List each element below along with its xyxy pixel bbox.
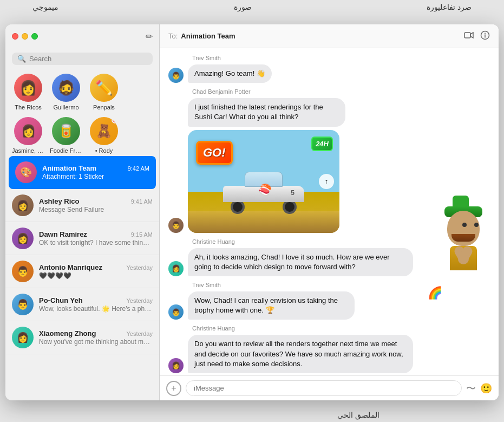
- avatar-row-1: 👩 The Ricos 🧔 Guillermo ✏️ Penpals: [5, 69, 159, 115]
- avatar-label-penpals: Penpals: [93, 104, 115, 111]
- conv-avatar-dawn-ramirez: 👩: [12, 228, 34, 249]
- conv-info-animation-team: Animation Team 9:42 AM Attachment: 1 Sti…: [42, 164, 149, 180]
- chat-to-name: Animation Team: [181, 32, 235, 40]
- avatar-item-rody[interactable]: 🧸 ♥ • Rody: [88, 117, 120, 154]
- msg-bubble-5: Do you want to review all the renders to…: [188, 335, 413, 373]
- conv-name-dawn-ramirez: Dawn Ramirez: [39, 230, 87, 238]
- image-share-button[interactable]: ↑: [319, 174, 334, 189]
- conversation-list: 🎨 Animation Team 9:42 AM Attachment: 1 S…: [5, 156, 159, 400]
- maximize-button[interactable]: [31, 33, 38, 40]
- sidebar-titlebar: ✏: [5, 24, 159, 48]
- svg-point-3: [485, 33, 486, 34]
- conv-item-antonio-manriquez[interactable]: 👨 Antonio Manriquez Yesterday 🖤🖤🖤🖤: [5, 255, 159, 288]
- msg-avatar-trev-2: 👨: [168, 304, 184, 320]
- chat-to-label: To:: [168, 32, 178, 40]
- avatar-jasmine-liz: 👩: [14, 117, 42, 145]
- msg-row-3: 👩 Ah, it looks amazing, Chad! I love it …: [168, 248, 490, 276]
- avatar-the-ricos: 👩: [14, 74, 42, 102]
- msg-row-4: 👨 Wow, Chad! I can really envision us ta…: [168, 291, 490, 320]
- avatar-item-foodie-friends[interactable]: 🥫 Foodie Friends: [50, 117, 82, 154]
- conv-avatar-animation-team: 🎨: [15, 161, 37, 183]
- conv-name-xiaomeng-zhong: Xiaomeng Zhong: [39, 329, 96, 337]
- avatar-item-penpals[interactable]: ✏️ Penpals: [88, 74, 120, 111]
- avatar-label-foodie-friends: Foodie Friends: [50, 147, 82, 154]
- chat-header: To: Animation Team: [160, 24, 499, 48]
- chat-messages: Trev Smith 👨 Amazing! Go team! 👋 Chad Be…: [160, 48, 499, 375]
- search-icon: 🔍: [17, 55, 26, 63]
- chat-input-bar: + 〜 🙂: [160, 375, 499, 400]
- conv-header-xiaomeng-zhong: Xiaomeng Zhong Yesterday: [39, 329, 153, 337]
- add-attachment-button[interactable]: +: [166, 381, 181, 396]
- minimize-button[interactable]: [22, 33, 28, 40]
- msg-sender-trev-2: Trev Smith: [192, 282, 490, 288]
- conv-avatar-antonio-manriquez: 👨: [12, 261, 34, 282]
- conv-info-po-chun-yeh: Po-Chun Yeh Yesterday Wow, looks beautif…: [39, 296, 153, 313]
- search-bar-container: 🔍: [12, 53, 153, 65]
- conv-name-animation-team: Animation Team: [42, 164, 96, 172]
- avatar-label-the-ricos: The Ricos: [15, 104, 42, 111]
- msg-group-5: Christine Huang 👩 Do you want to review …: [168, 325, 490, 373]
- msg-bubble-1: Amazing! Go team! 👋: [188, 64, 272, 83]
- conv-item-po-chun-yeh[interactable]: 👨 Po-Chun Yeh Yesterday Wow, looks beaut…: [5, 288, 159, 321]
- conv-preview-xiaomeng-zhong: Now you've got me thinking about my next…: [39, 338, 153, 346]
- conv-item-xiaomeng-zhong[interactable]: 👩 Xiaomeng Zhong Yesterday Now you've go…: [5, 321, 159, 354]
- msg-group-4: Trev Smith 👨 Wow, Chad! I can really env…: [168, 282, 490, 320]
- search-input[interactable]: [29, 55, 147, 63]
- info-button[interactable]: [480, 30, 490, 42]
- video-call-button[interactable]: [464, 31, 474, 41]
- avatar-item-jasmine-liz[interactable]: 👩 Jasmine, Liz &...: [12, 117, 44, 154]
- compose-button[interactable]: ✏: [146, 31, 153, 42]
- message-input-wrapper: [186, 380, 462, 396]
- emoji-button[interactable]: 🙂: [480, 382, 492, 394]
- conv-info-ashley-rico: Ashley Rico 9:41 AM Message Send Failure: [39, 197, 153, 213]
- conv-preview-ashley-rico: Message Send Failure: [39, 206, 153, 213]
- sushi-car-image[interactable]: GO! 24H 5: [188, 130, 339, 233]
- msg-sender-christine-2: Christine Huang: [192, 325, 490, 332]
- conv-name-antonio-manriquez: Antonio Manriquez: [39, 263, 102, 271]
- annotation-right: ميموجي: [32, 3, 58, 22]
- conv-preview-po-chun-yeh: Wow, looks beautiful. 🌟 Here's a photo o…: [39, 305, 153, 313]
- audio-record-button[interactable]: 〜: [466, 382, 476, 395]
- close-button[interactable]: [12, 33, 18, 40]
- conv-time-dawn-ramirez: 9:15 AM: [131, 231, 153, 238]
- plus-icon: +: [171, 384, 176, 393]
- avatar-item-guillermo[interactable]: 🧔 Guillermo: [50, 74, 82, 111]
- msg-avatar-christine-2: 👩: [168, 358, 184, 373]
- conv-preview-animation-team: Attachment: 1 Sticker: [42, 173, 149, 180]
- msg-group-1: Trev Smith 👨 Amazing! Go team! 👋: [168, 55, 490, 83]
- h24h-sticker: 24H: [311, 137, 333, 151]
- conv-time-animation-team: 9:42 AM: [128, 165, 149, 172]
- avatar-foodie-friends: 🥫: [52, 117, 80, 145]
- avatar-item-the-ricos[interactable]: 👩 The Ricos: [12, 74, 44, 111]
- conv-item-ashley-rico[interactable]: 👩 Ashley Rico 9:41 AM Message Send Failu…: [5, 189, 159, 222]
- annotation-left: صرد تفاعليورة: [427, 3, 472, 22]
- conv-item-animation-team[interactable]: 🎨 Animation Team 9:42 AM Attachment: 1 S…: [9, 156, 156, 189]
- msg-avatar-trev: 👨: [168, 68, 184, 83]
- conv-preview-dawn-ramirez: OK to visit tonight? I have some things …: [39, 239, 153, 246]
- conv-info-dawn-ramirez: Dawn Ramirez 9:15 AM OK to visit tonight…: [39, 230, 153, 246]
- msg-sender-trev-1: Trev Smith: [192, 55, 490, 61]
- emoji-icon: 🙂: [480, 383, 492, 394]
- msg-bubble-3: Ah, it looks amazing, Chad! I love it so…: [188, 248, 413, 276]
- conv-header-animation-team: Animation Team 9:42 AM: [42, 164, 149, 172]
- conv-preview-antonio-manriquez: 🖤🖤🖤🖤: [39, 272, 153, 280]
- sushi-car-bg: GO! 24H 5: [188, 130, 339, 233]
- main-chat-area: To: Animation Team: [160, 24, 499, 400]
- sidebar: ✏ 🔍 👩 The Ricos 🧔 Guillermo: [5, 24, 160, 400]
- conv-time-ashley-rico: 9:41 AM: [131, 198, 153, 205]
- avatar-rody: 🧸 ♥: [90, 117, 118, 145]
- msg-sender-chad: Chad Benjamin Potter: [192, 88, 490, 95]
- message-input[interactable]: [194, 384, 454, 392]
- share-icon: ↑: [325, 177, 329, 185]
- avatar-penpals: ✏️: [90, 74, 118, 102]
- annotation-bottom: الملصق الحي: [337, 411, 379, 419]
- msg-avatar-chad: 👨: [168, 218, 184, 233]
- conv-header-antonio-manriquez: Antonio Manriquez Yesterday: [39, 263, 153, 271]
- conv-info-antonio-manriquez: Antonio Manriquez Yesterday 🖤🖤🖤🖤: [39, 263, 153, 280]
- msg-group-3: Christine Huang 👩 Ah, it looks amazing, …: [168, 238, 490, 276]
- rainbow-sticker: 🌈: [428, 286, 442, 300]
- conv-item-dawn-ramirez[interactable]: 👩 Dawn Ramirez 9:15 AM OK to visit tonig…: [5, 222, 159, 255]
- conv-header-po-chun-yeh: Po-Chun Yeh Yesterday: [39, 296, 153, 304]
- conv-time-xiaomeng-zhong: Yesterday: [126, 330, 153, 337]
- conv-avatar-xiaomeng-zhong: 👩: [12, 327, 34, 348]
